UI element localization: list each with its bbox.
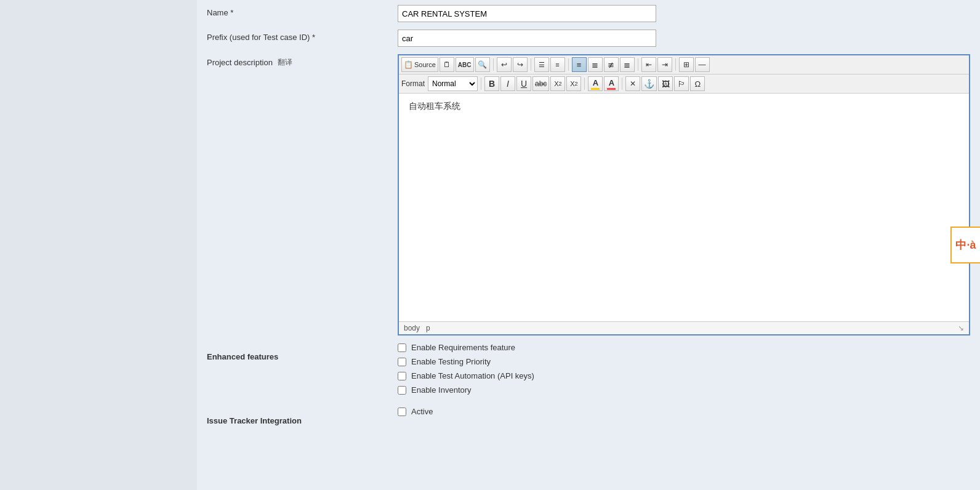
name-field-row: Name *: [207, 5, 970, 22]
document-button[interactable]: 🗒: [440, 57, 454, 72]
align-right-button[interactable]: ≢: [604, 57, 619, 72]
project-desc-text: Project description: [207, 58, 273, 67]
requirements-checkbox-row: Enable Requirements feature: [398, 343, 970, 352]
project-desc-label: Project description 翻译: [207, 54, 398, 68]
undo-icon: ↩: [501, 60, 507, 69]
document-icon: 🗒: [443, 60, 451, 69]
test-automation-checkbox-row: Enable Test Automation (API keys): [398, 371, 970, 380]
source-label: Source: [414, 61, 436, 68]
indent-button[interactable]: ⇥: [657, 57, 672, 72]
separator4: [638, 58, 638, 71]
unordered-list-button[interactable]: ≡: [550, 57, 565, 72]
active-label[interactable]: Active: [411, 407, 433, 416]
name-input[interactable]: [398, 5, 656, 22]
superscript-button[interactable]: X2: [566, 76, 581, 91]
issue-tracker-label: Issue Tracker Integration: [207, 407, 398, 430]
separator-format3: [622, 78, 622, 90]
link-button[interactable]: ⚓: [641, 76, 657, 91]
align-left-icon: ≡: [577, 60, 582, 70]
flag-button[interactable]: 🏳: [674, 76, 689, 91]
inventory-label[interactable]: Enable Inventory: [411, 385, 472, 395]
resize-handle[interactable]: ↘: [958, 324, 964, 332]
spellcheck-icon: ABC: [458, 62, 472, 68]
editor-wrapper: 📋 Source 🗒 ABC 🔍: [398, 54, 970, 335]
align-center-button[interactable]: ≣: [588, 57, 603, 72]
remove-format-button[interactable]: ✕: [625, 76, 640, 91]
issue-tracker-content: Active: [398, 407, 970, 421]
active-checkbox-row: Active: [398, 407, 970, 416]
spellcheck-button[interactable]: ABC: [456, 57, 474, 72]
separator-format: [481, 78, 481, 90]
link-icon: ⚓: [644, 79, 654, 89]
prefix-field-row: Prefix (used for Test case ID) *: [207, 30, 970, 47]
italic-button[interactable]: I: [500, 76, 515, 91]
test-automation-checkbox[interactable]: [398, 372, 406, 380]
editor-paragraph: 自动租车系统: [409, 101, 959, 112]
testing-priority-checkbox-row: Enable Testing Priority: [398, 357, 970, 366]
ordered-list-button[interactable]: ☰: [534, 57, 549, 72]
prefix-input[interactable]: [398, 30, 656, 47]
align-justify-button[interactable]: ≣: [620, 57, 635, 72]
separator-format2: [584, 78, 585, 90]
requirements-label[interactable]: Enable Requirements feature: [411, 343, 515, 352]
redo-button[interactable]: ↪: [513, 57, 528, 72]
underline-button[interactable]: U: [516, 76, 531, 91]
editor-statusbar: body p ↘: [399, 321, 969, 334]
test-automation-label[interactable]: Enable Test Automation (API keys): [411, 371, 534, 380]
table-button[interactable]: ⊞: [679, 57, 694, 72]
side-widget-text: 中·à: [955, 238, 976, 252]
name-field-content: [398, 5, 970, 22]
name-label: Name *: [207, 5, 398, 17]
requirements-checkbox[interactable]: [398, 343, 406, 352]
table-icon: ⊞: [683, 60, 689, 69]
active-checkbox[interactable]: [398, 408, 406, 416]
remove-format-icon: ✕: [630, 79, 636, 88]
side-widget[interactable]: 中·à: [950, 227, 980, 263]
image-button[interactable]: 🖼: [658, 76, 673, 91]
format-label: Format: [401, 79, 425, 88]
inventory-checkbox[interactable]: [398, 386, 406, 395]
subscript-button[interactable]: X2: [550, 76, 565, 91]
redo-icon: ↪: [517, 60, 523, 69]
issue-tracker-section-label: Issue Tracker Integration: [207, 410, 398, 425]
inventory-checkbox-row: Enable Inventory: [398, 385, 970, 395]
editor-content-area[interactable]: 自动租车系统: [399, 94, 969, 321]
separator1: [493, 58, 494, 71]
prefix-label: Prefix (used for Test case ID) *: [207, 30, 398, 42]
strikethrough-button[interactable]: abc: [532, 76, 549, 91]
enhanced-features-content: Enable Requirements feature Enable Testi…: [398, 343, 970, 400]
align-right-icon: ≢: [608, 60, 614, 70]
statusbar-text: body p: [404, 324, 430, 332]
indent-icon: ⇥: [662, 60, 668, 69]
font-color-bar: [591, 88, 600, 90]
font-color-button[interactable]: A: [588, 76, 603, 91]
toolbar-row2: Format Normal Heading 1 Heading 2 Headin…: [399, 74, 969, 94]
special-char-icon: Ω: [695, 79, 701, 89]
enhanced-features-row: Enhanced features Enable Requirements fe…: [207, 343, 970, 400]
page-wrapper: Name * Prefix (used for Test case ID) * …: [0, 0, 980, 490]
highlight-button[interactable]: A: [604, 76, 619, 91]
image-icon: 🖼: [662, 79, 670, 89]
horizontal-rule-icon: —: [699, 60, 706, 69]
format-select[interactable]: Normal Heading 1 Heading 2 Heading 3: [428, 76, 478, 91]
source-button[interactable]: 📋 Source: [401, 57, 438, 72]
outdent-button[interactable]: ⇤: [641, 57, 656, 72]
horizontal-rule-button[interactable]: —: [695, 57, 710, 72]
testing-priority-label[interactable]: Enable Testing Priority: [411, 357, 491, 366]
statusbar-p: p: [426, 324, 430, 332]
testing-priority-checkbox[interactable]: [398, 358, 406, 366]
align-left-button[interactable]: ≡: [572, 57, 587, 72]
issue-tracker-row: Issue Tracker Integration Active: [207, 407, 970, 430]
highlight-letter: A: [609, 78, 614, 87]
translate-button[interactable]: 翻译: [278, 57, 292, 68]
special-char-button[interactable]: Ω: [690, 76, 705, 91]
separator2: [531, 58, 531, 71]
font-color-letter: A: [593, 78, 598, 87]
project-desc-field-row: Project description 翻译 📋 Source 🗒: [207, 54, 970, 335]
flag-icon: 🏳: [678, 79, 686, 89]
undo-button[interactable]: ↩: [497, 57, 512, 72]
toolbar-row1: 📋 Source 🗒 ABC 🔍: [399, 55, 969, 74]
bold-button[interactable]: B: [484, 76, 499, 91]
unordered-list-icon: ≡: [555, 61, 559, 68]
find-button[interactable]: 🔍: [475, 57, 490, 72]
